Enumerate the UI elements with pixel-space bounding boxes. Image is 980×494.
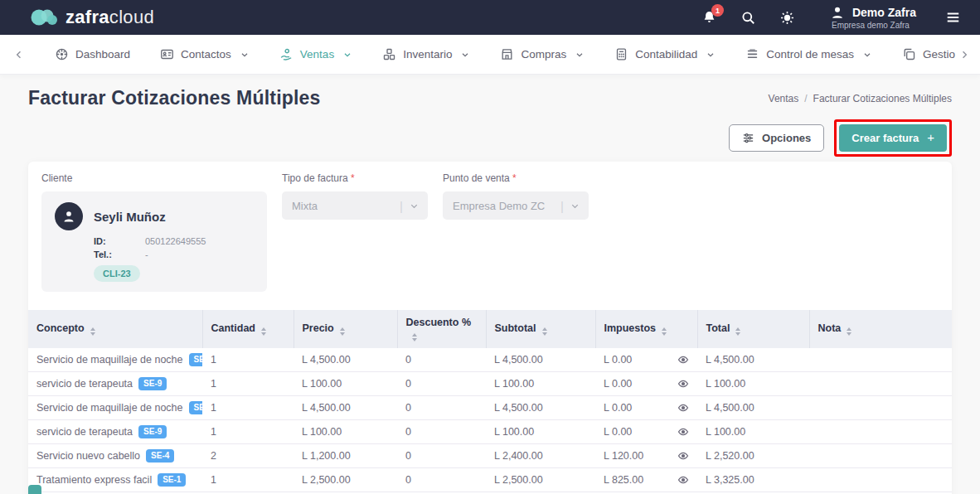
qty-cell: 1 — [202, 396, 294, 420]
table-row[interactable]: servicio de terapeutaSE-9 1 L 100.00 0 L… — [28, 372, 952, 396]
invoice-card: Cliente Seyli Muñoz ID:050122649555 Tel.… — [28, 162, 952, 494]
concept-label: Tratamiento express facil — [36, 474, 152, 486]
column-header-cantidad[interactable]: Cantidad — [202, 310, 294, 348]
view-taxes-eye-icon[interactable] — [677, 402, 692, 414]
price-cell: L 4,500.00 — [294, 396, 397, 420]
client-avatar — [55, 202, 83, 230]
taxes-value: L 0.00 — [604, 426, 632, 438]
invoice-type-group: Tipo de factura * Mixta | — [282, 172, 428, 292]
nav-item-control-de-mesas[interactable]: Control de mesas — [745, 47, 872, 61]
note-cell — [809, 444, 952, 468]
concept-label: servicio de terapeuta — [36, 378, 133, 390]
nav-item-compras[interactable]: Compras — [500, 47, 585, 61]
pos-value: Empresa Demo ZC — [453, 200, 545, 212]
breadcrumb-current: Facturar Cotizaciones Múltiples — [813, 93, 952, 104]
taxes-value: L 825.00 — [604, 474, 643, 486]
price-cell: L 4,500.00 — [294, 348, 397, 372]
nav-scroll-left[interactable] — [13, 49, 25, 61]
user-avatar-icon — [830, 5, 845, 20]
user-name: Demo Zafra — [852, 6, 916, 19]
view-taxes-eye-icon[interactable] — [677, 354, 692, 366]
price-cell: L 100.00 — [294, 372, 397, 396]
floating-widget-partial[interactable] — [28, 485, 41, 494]
notifications-button[interactable]: 1 — [701, 9, 717, 26]
column-header-descuento[interactable]: Descuento % — [397, 310, 486, 348]
total-cell: L 100.00 — [697, 372, 809, 396]
concept-cell: servicio de terapeutaSE-9 — [28, 420, 202, 444]
qty-cell: 1 — [202, 420, 294, 444]
client-group: Cliente Seyli Muñoz ID:050122649555 Tel.… — [41, 172, 267, 292]
table-row[interactable]: Servicio nuevo cabelloSE-4 2 L 1,200.00 … — [28, 444, 952, 468]
concept-label: Servicio nuevo cabello — [36, 450, 140, 462]
theme-toggle-button[interactable] — [779, 10, 795, 26]
concept-cell: Tratamiento express facilSE-1 — [28, 468, 202, 492]
note-cell — [809, 468, 952, 492]
user-menu[interactable]: Demo Zafra Empresa demo Zafra — [830, 5, 916, 30]
column-header-nota[interactable]: Nota — [809, 310, 952, 348]
column-header-precio[interactable]: Precio — [294, 310, 397, 348]
concept-cell: Servicio nuevo cabelloSE-4 — [28, 444, 202, 468]
nav-item-contactos[interactable]: Contactos — [160, 47, 250, 61]
nav-item-dashboard[interactable]: Dashboard — [55, 47, 130, 61]
person-icon — [61, 209, 76, 224]
user-company: Empresa demo Zafra — [830, 21, 916, 30]
client-info-box: Seyli Muñoz ID:050122649555 Tel.:- CLI-2… — [41, 191, 267, 292]
client-code-badge: CLI-23 — [94, 265, 140, 282]
sort-icon — [412, 333, 417, 341]
column-header-subtotal[interactable]: Subtotal — [486, 310, 595, 348]
column-header-impuestos[interactable]: Impuestos — [595, 310, 697, 348]
nav-item-label: Ventas — [300, 48, 334, 61]
nav-item-contabilidad[interactable]: Contabilidad — [614, 47, 716, 61]
subtotal-cell: L 4,500.00 — [486, 396, 595, 420]
chevron-down-icon — [342, 50, 352, 60]
nav-item-label: Contabilidad — [635, 48, 697, 61]
discount-cell: 0 — [397, 420, 486, 444]
client-tel-value: - — [145, 249, 148, 259]
calculator-icon — [614, 47, 628, 61]
search-icon — [740, 10, 756, 26]
view-taxes-eye-icon[interactable] — [677, 426, 692, 438]
view-taxes-eye-icon[interactable] — [677, 474, 692, 486]
column-header-total[interactable]: Total — [697, 310, 809, 348]
dashboard-icon — [55, 47, 69, 61]
view-taxes-eye-icon[interactable] — [677, 450, 692, 462]
create-invoice-button[interactable]: Crear factura + — [839, 124, 947, 152]
table-row[interactable]: Servicio de maquillaje de nocheSE-2 1 L … — [28, 396, 952, 420]
main-navbar: Dashboard Contactos Ventas Inventario — [0, 35, 980, 75]
nav-scroll-right[interactable] — [955, 35, 973, 74]
total-cell: L 4,500.00 — [697, 348, 809, 372]
qty-cell: 1 — [202, 372, 294, 396]
options-button[interactable]: Opciones — [729, 124, 824, 152]
contacts-card-icon — [160, 47, 174, 61]
app-logo[interactable]: zafracloud — [28, 7, 154, 28]
nav-item-ventas[interactable]: Ventas — [279, 47, 352, 61]
service-code-badge: SE-1 — [158, 473, 186, 487]
plus-icon: + — [927, 133, 934, 142]
table-row[interactable]: servicio de terapeutaSE-9 1 L 100.00 0 L… — [28, 420, 952, 444]
menu-toggle-button[interactable] — [944, 10, 962, 25]
nav-item-label: Contactos — [181, 48, 231, 61]
taxes-cell: L 0.00 — [595, 396, 697, 420]
view-taxes-eye-icon[interactable] — [677, 378, 692, 390]
pos-group: Punto de venta * Empresa Demo ZC | — [443, 172, 589, 292]
nav-item-inventario[interactable]: Inventario — [382, 47, 470, 61]
sort-icon — [90, 327, 95, 336]
subtotal-cell: L 4,500.00 — [486, 348, 595, 372]
subtotal-cell: L 2,400.00 — [486, 444, 595, 468]
column-header-concepto[interactable]: Concepto — [28, 310, 202, 348]
pos-select[interactable]: Empresa Demo ZC | — [443, 191, 589, 220]
invoice-type-select[interactable]: Mixta | — [282, 191, 428, 220]
nav-item-gestion-de-citas[interactable]: Gestion de citas — [902, 47, 955, 61]
discount-cell: 0 — [397, 396, 486, 420]
sort-icon — [340, 327, 345, 336]
sun-icon — [779, 10, 795, 26]
search-button[interactable] — [740, 10, 756, 26]
sliders-icon — [742, 132, 754, 144]
table-row[interactable]: Servicio de maquillaje de nocheSE-2 1 L … — [28, 348, 952, 372]
client-id-label: ID: — [94, 236, 145, 246]
taxes-value: L 0.00 — [604, 402, 632, 414]
invoice-type-value: Mixta — [292, 200, 318, 212]
table-row[interactable]: Tratamiento express facilSE-1 1 L 2,500.… — [28, 468, 952, 492]
appointments-copy-icon — [902, 47, 916, 61]
breadcrumb-parent[interactable]: Ventas — [769, 93, 799, 104]
